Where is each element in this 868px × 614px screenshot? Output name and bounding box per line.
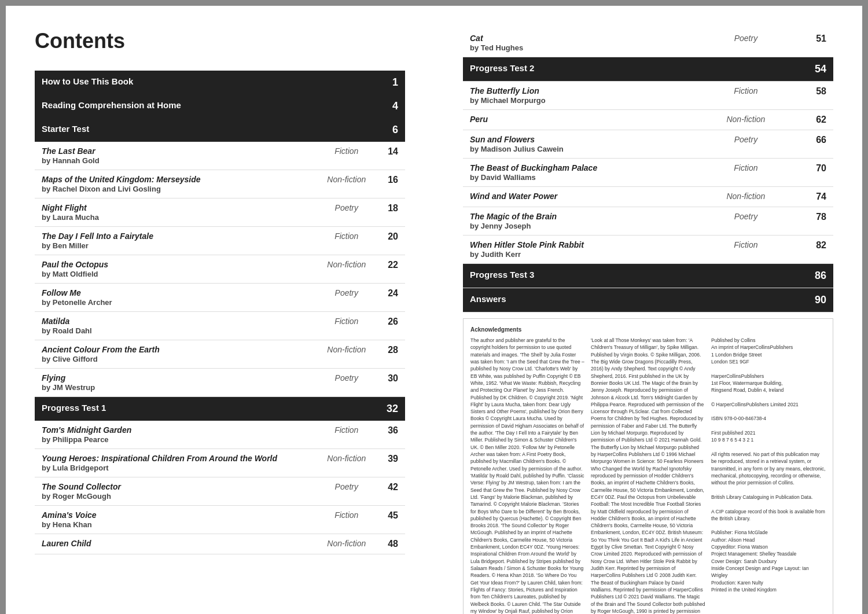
table-row: Tom's Midnight Gardenby Philippa Pearce … (35, 421, 405, 449)
entry-page: 82 (790, 236, 833, 264)
entry-genre: Non-fiction (317, 449, 376, 477)
entry-genre: Poetry (317, 477, 376, 506)
entry-genre: Non-fiction (317, 170, 376, 198)
entry-title: Matildaby Roald Dahl (35, 312, 317, 340)
entry-title: Paul the Octopusby Matt Oldfield (35, 255, 317, 284)
entry-title: Wind and Water Power (463, 187, 701, 207)
toc-left: How to Use This Book 1 Reading Comprehen… (35, 71, 405, 554)
ack-col1: The author and publisher are grateful to… (470, 337, 585, 614)
entry-title: The Magic of the Brainby Jenny Joseph (463, 207, 701, 236)
table-row: The Magic of the Brainby Jenny Joseph Po… (463, 207, 833, 236)
entry-genre: Fiction (317, 312, 376, 340)
entry-genre: Poetry (701, 130, 790, 159)
table-row: Maps of the United Kingdom: Merseysideby… (35, 170, 405, 198)
entry-genre: Non-fiction (317, 255, 376, 284)
toc-right: Catby Ted Hughes Poetry 51 Progress Test… (463, 29, 833, 312)
entry-page: 20 (376, 227, 405, 255)
entry-title: Tom's Midnight Gardenby Philippa Pearce (35, 421, 317, 449)
table-row: Progress Test 3 86 (463, 264, 833, 288)
table-row: When Hitler Stole Pink Rabbitby Judith K… (463, 236, 833, 264)
entry-title: Night Flightby Laura Mucha (35, 198, 317, 227)
entry-title: The Sound Collectorby Roger McGough (35, 477, 317, 506)
entry-page: 39 (376, 449, 405, 477)
entry-genre: Poetry (317, 198, 376, 227)
table-row: The Butterfly Lionby Michael Morpurgo Fi… (463, 82, 833, 110)
entry-page: 58 (790, 82, 833, 110)
table-row: The Last Bearby Hannah Gold Fiction 14 (35, 142, 405, 170)
progress-label: Progress Test 1 (35, 397, 376, 421)
entry-genre: Poetry (701, 29, 790, 57)
entry-title: Amina's Voiceby Hena Khan (35, 506, 317, 534)
entry-title: Catby Ted Hughes (463, 29, 701, 57)
header-page: 1 (376, 71, 405, 94)
table-row: Peru Non-fiction 62 (463, 110, 833, 130)
right-page: Catby Ted Hughes Poetry 51 Progress Test… (434, 6, 862, 614)
entry-genre: Poetry (701, 207, 790, 236)
entry-title: Peru (463, 110, 701, 130)
entry-page: 14 (376, 142, 405, 170)
table-row: Progress Test 2 54 (463, 57, 833, 82)
acknowledgments-section: Acknowledgments The author and publisher… (463, 318, 833, 614)
table-row: Wind and Water Power Non-fiction 74 (463, 187, 833, 207)
header-label: How to Use This Book (35, 71, 376, 94)
table-row: Sun and Flowersby Madison Julius Cawein … (463, 130, 833, 159)
entry-title: Sun and Flowersby Madison Julius Cawein (463, 130, 701, 159)
header-label: Starter Test (35, 118, 376, 142)
table-row: The Day I Fell Into a Fairytaleby Ben Mi… (35, 227, 405, 255)
header-label: Reading Comprehension at Home (35, 94, 376, 118)
entry-title: The Day I Fell Into a Fairytaleby Ben Mi… (35, 227, 317, 255)
entry-page: 70 (790, 159, 833, 187)
entry-genre: Poetry (317, 284, 376, 312)
entry-title: When Hitler Stole Pink Rabbitby Judith K… (463, 236, 701, 264)
table-row: Follow Meby Petonelle Archer Poetry 24 (35, 284, 405, 312)
entry-genre: Fiction (701, 159, 790, 187)
entry-title: Lauren Child (35, 534, 317, 554)
header-page: 4 (376, 94, 405, 118)
table-row: Lauren Child Non-fiction 48 (35, 534, 405, 554)
entry-page: 42 (376, 477, 405, 506)
table-row: Matildaby Roald Dahl Fiction 26 (35, 312, 405, 340)
entry-page: 22 (376, 255, 405, 284)
table-row: The Beast of Buckingham Palaceby David W… (463, 159, 833, 187)
entry-title: Flyingby JM Westrup (35, 369, 317, 397)
entry-genre: Non-fiction (701, 110, 790, 130)
entry-page: 51 (790, 29, 833, 57)
entry-genre: Poetry (317, 369, 376, 397)
entry-title: Ancient Colour From the Earthby Clive Gi… (35, 340, 317, 369)
entry-genre: Non-fiction (317, 340, 376, 369)
table-row: Reading Comprehension at Home 4 (35, 94, 405, 118)
answers-label: Answers (463, 288, 790, 312)
table-row: Ancient Colour From the Earthby Clive Gi… (35, 340, 405, 369)
table-row: Night Flightby Laura Mucha Poetry 18 (35, 198, 405, 227)
left-page: Contents How to Use This Book 1 Reading … (6, 6, 434, 614)
progress-label: Progress Test 3 (463, 264, 790, 288)
table-row: Flyingby JM Westrup Poetry 30 (35, 369, 405, 397)
entry-page: 30 (376, 369, 405, 397)
table-row: The Sound Collectorby Roger McGough Poet… (35, 477, 405, 506)
entry-page: 24 (376, 284, 405, 312)
entry-page: 45 (376, 506, 405, 534)
table-row: Young Heroes: Inspirational Children Fro… (35, 449, 405, 477)
entry-genre: Fiction (317, 506, 376, 534)
entry-page: 62 (790, 110, 833, 130)
entry-page: 66 (790, 130, 833, 159)
table-row: Answers 90 (463, 288, 833, 312)
progress-page: 54 (790, 57, 833, 82)
entry-page: 16 (376, 170, 405, 198)
table-row: How to Use This Book 1 (35, 71, 405, 94)
entry-title: The Last Bearby Hannah Gold (35, 142, 317, 170)
entry-title: Maps of the United Kingdom: Merseysideby… (35, 170, 317, 198)
entry-genre: Non-fiction (701, 187, 790, 207)
entry-genre: Fiction (701, 82, 790, 110)
entry-title: Young Heroes: Inspirational Children Fro… (35, 449, 317, 477)
entry-page: 74 (790, 187, 833, 207)
table-row: Amina's Voiceby Hena Khan Fiction 45 (35, 506, 405, 534)
table-row: Catby Ted Hughes Poetry 51 (463, 29, 833, 57)
progress-page: 32 (376, 397, 405, 421)
table-row: Starter Test 6 (35, 118, 405, 142)
entry-title: The Butterfly Lionby Michael Morpurgo (463, 82, 701, 110)
table-row: Paul the Octopusby Matt Oldfield Non-fic… (35, 255, 405, 284)
entry-page: 78 (790, 207, 833, 236)
answers-page: 90 (790, 288, 833, 312)
entry-page: 26 (376, 312, 405, 340)
